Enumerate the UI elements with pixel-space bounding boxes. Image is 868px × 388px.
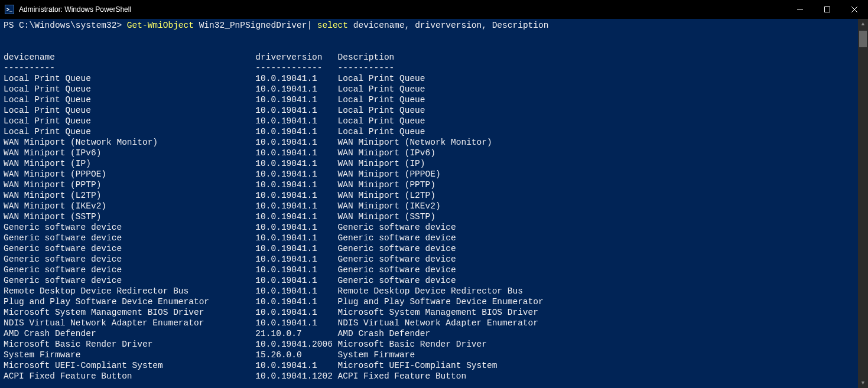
scroll-thumb[interactable] [859,31,867,47]
scroll-up-arrow[interactable]: ▲ [858,19,868,29]
powershell-icon: >_ [5,5,14,14]
vertical-scrollbar[interactable]: ▲ ▼ [858,19,868,388]
minimize-icon [797,6,803,12]
terminal-output[interactable]: PS C:\Windows\system32> Get-WmiObject Wi… [0,19,858,388]
minimize-button[interactable] [786,0,814,19]
titlebar-buttons [786,0,868,19]
powershell-window: >_ Administrator: Windows PowerShell PS … [0,0,868,388]
window-title: Administrator: Windows PowerShell [19,5,131,14]
close-button[interactable] [841,0,868,19]
titlebar-left: >_ Administrator: Windows PowerShell [0,5,131,14]
titlebar[interactable]: >_ Administrator: Windows PowerShell [0,0,868,19]
scroll-down-arrow[interactable]: ▼ [858,378,868,388]
terminal-area: PS C:\Windows\system32> Get-WmiObject Wi… [0,19,868,388]
svg-rect-0 [825,7,830,12]
maximize-button[interactable] [814,0,841,19]
maximize-icon [824,6,830,12]
close-icon [851,6,857,12]
